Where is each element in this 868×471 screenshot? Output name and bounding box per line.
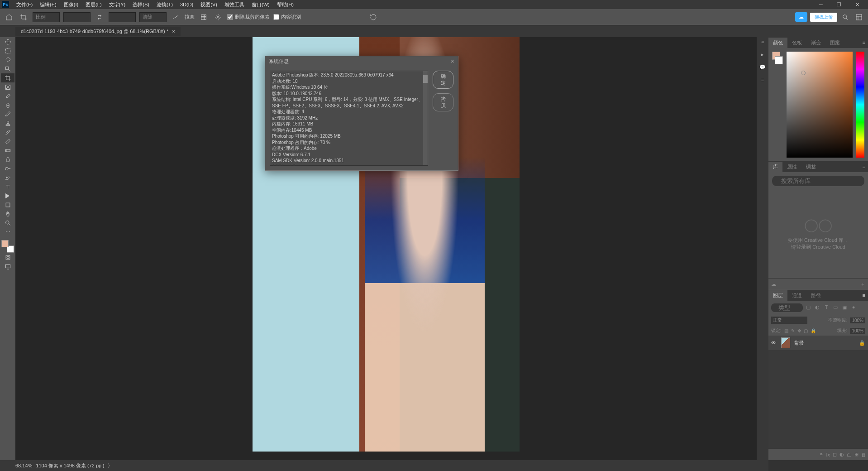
filter-pixel-icon[interactable]: ▢ bbox=[805, 304, 812, 312]
type-tool-icon[interactable] bbox=[1, 182, 14, 191]
scrollbar-track[interactable] bbox=[423, 71, 428, 165]
content-aware-checkbox[interactable]: 内容识别 bbox=[273, 14, 301, 20]
window-minimize-icon[interactable]: ─ bbox=[812, 2, 830, 7]
tab-swatches[interactable]: 色板 bbox=[787, 38, 806, 48]
system-info-text[interactable]: Adobe Photoshop 版本: 23.5.0 20220809.r.66… bbox=[270, 71, 428, 166]
pen-tool-icon[interactable] bbox=[1, 173, 14, 182]
copy-button[interactable]: 拷贝 bbox=[433, 93, 453, 111]
tab-close-icon[interactable]: × bbox=[172, 29, 175, 34]
color-swatches[interactable] bbox=[1, 240, 14, 253]
add-library-icon[interactable]: ＋ bbox=[860, 281, 865, 288]
filter-shape-icon[interactable]: ▭ bbox=[832, 304, 839, 312]
selection-tool-icon[interactable] bbox=[1, 64, 14, 73]
ok-button[interactable]: 确定 bbox=[433, 71, 453, 89]
filter-type-icon[interactable]: T bbox=[823, 304, 830, 312]
tab-paths[interactable]: 路径 bbox=[806, 290, 825, 301]
clear-button[interactable]: 清除 bbox=[139, 12, 167, 22]
menu-edit[interactable]: 编辑(E) bbox=[36, 1, 60, 8]
hand-tool-icon[interactable] bbox=[1, 209, 14, 218]
window-close-icon[interactable]: ✕ bbox=[848, 2, 866, 8]
tab-channels[interactable]: 通道 bbox=[787, 290, 806, 301]
tab-gradients[interactable]: 渐变 bbox=[806, 38, 825, 48]
layer-mask-icon[interactable]: ◻ bbox=[833, 452, 837, 457]
workspace-icon[interactable] bbox=[854, 12, 864, 23]
menu-select[interactable]: 选择(S) bbox=[129, 1, 153, 8]
group-icon[interactable]: 🗀 bbox=[847, 452, 852, 457]
info-panel-icon[interactable]: ≡ bbox=[758, 77, 767, 83]
dodge-tool-icon[interactable] bbox=[1, 164, 14, 173]
menu-plugins[interactable]: 增效工具 bbox=[221, 1, 248, 8]
layer-style-icon[interactable]: fx bbox=[826, 452, 830, 457]
shape-tool-icon[interactable] bbox=[1, 200, 14, 209]
blur-tool-icon[interactable] bbox=[1, 155, 14, 164]
fill-value[interactable]: 100% bbox=[850, 328, 865, 334]
tab-adjustments[interactable]: 调整 bbox=[801, 162, 820, 172]
dialog-close-icon[interactable]: × bbox=[451, 58, 454, 65]
menu-file[interactable]: 文件(F) bbox=[13, 1, 36, 8]
opacity-value[interactable]: 100% bbox=[850, 317, 865, 323]
bg-swatch[interactable] bbox=[775, 56, 783, 64]
menu-image[interactable]: 图像(I) bbox=[60, 1, 82, 8]
foreground-color-swatch[interactable] bbox=[1, 240, 9, 247]
layer-thumbnail[interactable] bbox=[781, 337, 790, 348]
reset-icon[interactable] bbox=[368, 12, 379, 23]
gear-icon[interactable] bbox=[213, 12, 224, 23]
path-tool-icon[interactable] bbox=[1, 191, 14, 200]
filter-smart-icon[interactable]: ▣ bbox=[841, 304, 848, 312]
healing-tool-icon[interactable] bbox=[1, 101, 14, 110]
actions-panel-icon[interactable]: 💬 bbox=[758, 64, 767, 71]
cloud-sync-icon[interactable]: ☁ bbox=[771, 281, 776, 287]
panel-menu-icon[interactable]: ≡ bbox=[860, 40, 868, 45]
document-tab[interactable]: d1c0287d-1193-4bc3-b749-d8db679f640d.jpg… bbox=[15, 27, 181, 36]
menu-type[interactable]: 文字(Y) bbox=[105, 1, 129, 8]
move-tool-icon[interactable] bbox=[1, 37, 14, 46]
lock-icon[interactable]: 🔒 bbox=[859, 340, 865, 346]
filter-adjustment-icon[interactable]: ◐ bbox=[814, 304, 821, 312]
stamp-tool-icon[interactable] bbox=[1, 119, 14, 128]
new-layer-icon[interactable]: ⊞ bbox=[854, 452, 858, 457]
blend-mode-select[interactable]: 正常 bbox=[771, 317, 807, 324]
crop-tool-icon[interactable] bbox=[18, 12, 29, 23]
crop-tool-icon[interactable] bbox=[1, 73, 14, 82]
filter-toggle-icon[interactable]: ● bbox=[850, 304, 857, 312]
menu-filter[interactable]: 滤镜(T) bbox=[153, 1, 176, 8]
color-field[interactable] bbox=[787, 52, 853, 158]
layer-name[interactable]: 背景 bbox=[794, 340, 804, 346]
panel-menu-icon[interactable]: ≡ bbox=[860, 164, 868, 169]
ratio-width-input[interactable] bbox=[63, 12, 91, 22]
delete-layer-icon[interactable]: 🗑 bbox=[861, 452, 866, 457]
zoom-tool-icon[interactable] bbox=[1, 218, 14, 227]
cloud-button[interactable]: ☁ bbox=[795, 12, 807, 22]
straighten-icon[interactable] bbox=[170, 12, 181, 23]
window-maximize-icon[interactable]: ❐ bbox=[830, 2, 848, 8]
lock-artboard-icon[interactable]: ▢ bbox=[804, 328, 808, 333]
menu-layer[interactable]: 图层(L) bbox=[82, 1, 105, 8]
menu-3d[interactable]: 3D(D) bbox=[176, 2, 197, 7]
panel-menu-icon[interactable]: ≡ bbox=[860, 293, 868, 298]
layer-filter-input[interactable] bbox=[771, 303, 803, 312]
dialog-titlebar[interactable]: 系统信息 × bbox=[265, 56, 458, 66]
menu-view[interactable]: 视图(V) bbox=[197, 1, 221, 8]
lock-position-icon[interactable]: ✥ bbox=[797, 328, 801, 333]
ratio-height-input[interactable] bbox=[109, 12, 136, 22]
quickmask-icon[interactable] bbox=[1, 253, 14, 262]
tab-properties[interactable]: 属性 bbox=[782, 162, 801, 172]
menu-window[interactable]: 窗口(W) bbox=[248, 1, 273, 8]
upload-button[interactable]: 拖拽上传 bbox=[810, 13, 837, 22]
tab-layers[interactable]: 图层 bbox=[768, 290, 787, 301]
home-icon[interactable] bbox=[4, 12, 14, 23]
grid-icon[interactable] bbox=[198, 12, 209, 23]
lock-pixels-icon[interactable]: ✎ bbox=[791, 328, 795, 333]
lock-transparency-icon[interactable]: ▨ bbox=[784, 328, 788, 333]
gradient-tool-icon[interactable] bbox=[1, 146, 14, 155]
library-search-input[interactable] bbox=[772, 176, 864, 186]
lock-all-icon[interactable]: 🔒 bbox=[811, 328, 816, 333]
tab-patterns[interactable]: 图案 bbox=[825, 38, 844, 48]
screenmode-icon[interactable] bbox=[1, 262, 14, 271]
layer-row[interactable]: 👁 背景 🔒 bbox=[768, 336, 868, 350]
brush-tool-icon[interactable] bbox=[1, 110, 14, 119]
marquee-tool-icon[interactable] bbox=[1, 46, 14, 55]
history-brush-tool-icon[interactable] bbox=[1, 128, 14, 137]
frame-tool-icon[interactable] bbox=[1, 82, 14, 91]
adjustment-layer-icon[interactable]: ◐ bbox=[839, 452, 844, 457]
